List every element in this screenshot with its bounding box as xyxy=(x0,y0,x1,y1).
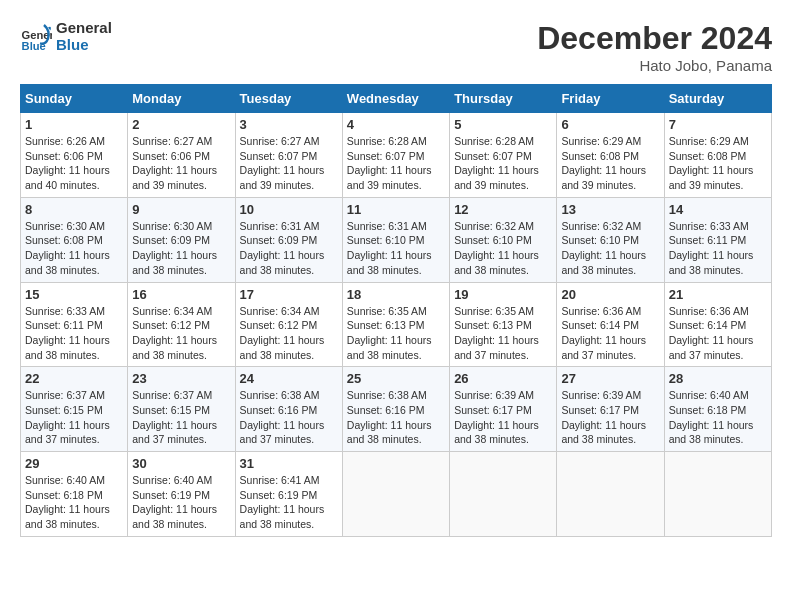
day-header-monday: Monday xyxy=(128,85,235,113)
day-header-sunday: Sunday xyxy=(21,85,128,113)
location: Hato Jobo, Panama xyxy=(537,57,772,74)
calendar-cell: 12 Sunrise: 6:32 AMSunset: 6:10 PMDaylig… xyxy=(450,197,557,282)
day-number: 28 xyxy=(669,371,767,386)
logo-line1: General xyxy=(56,20,112,37)
calendar-table: SundayMondayTuesdayWednesdayThursdayFrid… xyxy=(20,84,772,537)
cell-content: Sunrise: 6:40 AMSunset: 6:18 PMDaylight:… xyxy=(25,473,123,532)
day-number: 10 xyxy=(240,202,338,217)
day-number: 9 xyxy=(132,202,230,217)
cell-content: Sunrise: 6:40 AMSunset: 6:18 PMDaylight:… xyxy=(669,388,767,447)
day-number: 25 xyxy=(347,371,445,386)
title-block: December 2024 Hato Jobo, Panama xyxy=(537,20,772,74)
day-number: 29 xyxy=(25,456,123,471)
cell-content: Sunrise: 6:28 AMSunset: 6:07 PMDaylight:… xyxy=(347,134,445,193)
cell-content: Sunrise: 6:33 AMSunset: 6:11 PMDaylight:… xyxy=(669,219,767,278)
calendar-cell: 18 Sunrise: 6:35 AMSunset: 6:13 PMDaylig… xyxy=(342,282,449,367)
cell-content: Sunrise: 6:37 AMSunset: 6:15 PMDaylight:… xyxy=(132,388,230,447)
calendar-week-3: 15 Sunrise: 6:33 AMSunset: 6:11 PMDaylig… xyxy=(21,282,772,367)
day-number: 18 xyxy=(347,287,445,302)
calendar-week-4: 22 Sunrise: 6:37 AMSunset: 6:15 PMDaylig… xyxy=(21,367,772,452)
day-number: 12 xyxy=(454,202,552,217)
day-number: 2 xyxy=(132,117,230,132)
day-number: 17 xyxy=(240,287,338,302)
cell-content: Sunrise: 6:36 AMSunset: 6:14 PMDaylight:… xyxy=(561,304,659,363)
cell-content: Sunrise: 6:26 AMSunset: 6:06 PMDaylight:… xyxy=(25,134,123,193)
calendar-week-2: 8 Sunrise: 6:30 AMSunset: 6:08 PMDayligh… xyxy=(21,197,772,282)
calendar-cell: 26 Sunrise: 6:39 AMSunset: 6:17 PMDaylig… xyxy=(450,367,557,452)
cell-content: Sunrise: 6:29 AMSunset: 6:08 PMDaylight:… xyxy=(669,134,767,193)
logo-icon: General Blue xyxy=(20,21,52,53)
calendar-cell: 17 Sunrise: 6:34 AMSunset: 6:12 PMDaylig… xyxy=(235,282,342,367)
day-number: 13 xyxy=(561,202,659,217)
logo: General Blue General Blue xyxy=(20,20,112,53)
day-header-thursday: Thursday xyxy=(450,85,557,113)
calendar-cell: 21 Sunrise: 6:36 AMSunset: 6:14 PMDaylig… xyxy=(664,282,771,367)
cell-content: Sunrise: 6:39 AMSunset: 6:17 PMDaylight:… xyxy=(454,388,552,447)
cell-content: Sunrise: 6:36 AMSunset: 6:14 PMDaylight:… xyxy=(669,304,767,363)
cell-content: Sunrise: 6:38 AMSunset: 6:16 PMDaylight:… xyxy=(240,388,338,447)
day-number: 11 xyxy=(347,202,445,217)
cell-content: Sunrise: 6:41 AMSunset: 6:19 PMDaylight:… xyxy=(240,473,338,532)
day-header-saturday: Saturday xyxy=(664,85,771,113)
day-number: 1 xyxy=(25,117,123,132)
calendar-cell: 2 Sunrise: 6:27 AMSunset: 6:06 PMDayligh… xyxy=(128,113,235,198)
calendar-cell: 29 Sunrise: 6:40 AMSunset: 6:18 PMDaylig… xyxy=(21,452,128,537)
day-number: 30 xyxy=(132,456,230,471)
calendar-cell: 9 Sunrise: 6:30 AMSunset: 6:09 PMDayligh… xyxy=(128,197,235,282)
calendar-cell: 1 Sunrise: 6:26 AMSunset: 6:06 PMDayligh… xyxy=(21,113,128,198)
cell-content: Sunrise: 6:30 AMSunset: 6:08 PMDaylight:… xyxy=(25,219,123,278)
cell-content: Sunrise: 6:28 AMSunset: 6:07 PMDaylight:… xyxy=(454,134,552,193)
cell-content: Sunrise: 6:38 AMSunset: 6:16 PMDaylight:… xyxy=(347,388,445,447)
calendar-cell: 7 Sunrise: 6:29 AMSunset: 6:08 PMDayligh… xyxy=(664,113,771,198)
day-header-tuesday: Tuesday xyxy=(235,85,342,113)
cell-content: Sunrise: 6:27 AMSunset: 6:06 PMDaylight:… xyxy=(132,134,230,193)
calendar-cell xyxy=(342,452,449,537)
month-title: December 2024 xyxy=(537,20,772,57)
day-number: 20 xyxy=(561,287,659,302)
cell-content: Sunrise: 6:35 AMSunset: 6:13 PMDaylight:… xyxy=(347,304,445,363)
day-number: 7 xyxy=(669,117,767,132)
cell-content: Sunrise: 6:34 AMSunset: 6:12 PMDaylight:… xyxy=(132,304,230,363)
svg-text:Blue: Blue xyxy=(22,39,46,51)
calendar-cell xyxy=(557,452,664,537)
day-number: 15 xyxy=(25,287,123,302)
cell-content: Sunrise: 6:31 AMSunset: 6:10 PMDaylight:… xyxy=(347,219,445,278)
calendar-cell xyxy=(664,452,771,537)
calendar-cell: 11 Sunrise: 6:31 AMSunset: 6:10 PMDaylig… xyxy=(342,197,449,282)
calendar-header-row: SundayMondayTuesdayWednesdayThursdayFrid… xyxy=(21,85,772,113)
cell-content: Sunrise: 6:40 AMSunset: 6:19 PMDaylight:… xyxy=(132,473,230,532)
cell-content: Sunrise: 6:31 AMSunset: 6:09 PMDaylight:… xyxy=(240,219,338,278)
cell-content: Sunrise: 6:35 AMSunset: 6:13 PMDaylight:… xyxy=(454,304,552,363)
calendar-cell: 28 Sunrise: 6:40 AMSunset: 6:18 PMDaylig… xyxy=(664,367,771,452)
calendar-cell: 10 Sunrise: 6:31 AMSunset: 6:09 PMDaylig… xyxy=(235,197,342,282)
calendar-cell: 13 Sunrise: 6:32 AMSunset: 6:10 PMDaylig… xyxy=(557,197,664,282)
day-number: 26 xyxy=(454,371,552,386)
day-number: 14 xyxy=(669,202,767,217)
calendar-cell: 24 Sunrise: 6:38 AMSunset: 6:16 PMDaylig… xyxy=(235,367,342,452)
cell-content: Sunrise: 6:32 AMSunset: 6:10 PMDaylight:… xyxy=(454,219,552,278)
calendar-cell: 15 Sunrise: 6:33 AMSunset: 6:11 PMDaylig… xyxy=(21,282,128,367)
calendar-cell: 8 Sunrise: 6:30 AMSunset: 6:08 PMDayligh… xyxy=(21,197,128,282)
cell-content: Sunrise: 6:27 AMSunset: 6:07 PMDaylight:… xyxy=(240,134,338,193)
calendar-cell: 27 Sunrise: 6:39 AMSunset: 6:17 PMDaylig… xyxy=(557,367,664,452)
day-number: 24 xyxy=(240,371,338,386)
page-header: General Blue General Blue December 2024 … xyxy=(20,20,772,74)
calendar-cell: 30 Sunrise: 6:40 AMSunset: 6:19 PMDaylig… xyxy=(128,452,235,537)
cell-content: Sunrise: 6:39 AMSunset: 6:17 PMDaylight:… xyxy=(561,388,659,447)
cell-content: Sunrise: 6:30 AMSunset: 6:09 PMDaylight:… xyxy=(132,219,230,278)
calendar-cell: 5 Sunrise: 6:28 AMSunset: 6:07 PMDayligh… xyxy=(450,113,557,198)
day-number: 16 xyxy=(132,287,230,302)
calendar-cell: 6 Sunrise: 6:29 AMSunset: 6:08 PMDayligh… xyxy=(557,113,664,198)
calendar-cell: 4 Sunrise: 6:28 AMSunset: 6:07 PMDayligh… xyxy=(342,113,449,198)
calendar-cell: 19 Sunrise: 6:35 AMSunset: 6:13 PMDaylig… xyxy=(450,282,557,367)
calendar-cell: 23 Sunrise: 6:37 AMSunset: 6:15 PMDaylig… xyxy=(128,367,235,452)
calendar-cell: 20 Sunrise: 6:36 AMSunset: 6:14 PMDaylig… xyxy=(557,282,664,367)
calendar-cell: 16 Sunrise: 6:34 AMSunset: 6:12 PMDaylig… xyxy=(128,282,235,367)
day-number: 23 xyxy=(132,371,230,386)
cell-content: Sunrise: 6:37 AMSunset: 6:15 PMDaylight:… xyxy=(25,388,123,447)
day-number: 27 xyxy=(561,371,659,386)
calendar-week-5: 29 Sunrise: 6:40 AMSunset: 6:18 PMDaylig… xyxy=(21,452,772,537)
calendar-cell: 3 Sunrise: 6:27 AMSunset: 6:07 PMDayligh… xyxy=(235,113,342,198)
cell-content: Sunrise: 6:34 AMSunset: 6:12 PMDaylight:… xyxy=(240,304,338,363)
day-number: 22 xyxy=(25,371,123,386)
